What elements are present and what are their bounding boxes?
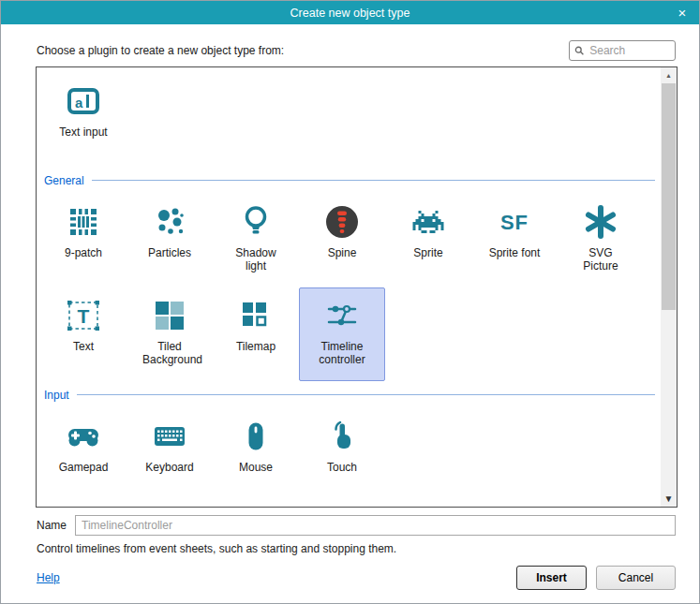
titlebar[interactable]: Create new object type × [1, 1, 699, 24]
dialog-title: Create new object type [290, 7, 410, 20]
plugin-item-keyboard[interactable]: Keyboard [127, 408, 213, 502]
create-object-type-dialog: Create new object type × Choose a plugin… [0, 0, 700, 604]
plugin-item-gamepad[interactable]: Gamepad [40, 408, 127, 502]
mouse-icon [214, 415, 298, 458]
plugin-item-text-input[interactable]: a Text input [40, 73, 127, 167]
plugin-item-label: Sprite [401, 246, 455, 259]
plugin-item-label: Particles [142, 246, 197, 259]
svg-text:T: T [78, 305, 90, 327]
search-icon [574, 45, 584, 56]
plugin-item-mouse[interactable]: Mouse [213, 408, 299, 502]
nine-patch-icon [41, 200, 126, 243]
close-icon[interactable]: × [665, 1, 699, 24]
tiled-background-icon [127, 294, 212, 337]
plugin-item-svg-picture[interactable]: SVG Picture [558, 194, 644, 287]
sprite-font-icon: SF [472, 200, 557, 243]
plugin-item-label: Timeline controller [315, 340, 369, 366]
plugin-item-shadow-light[interactable]: Shadow light [213, 194, 299, 287]
svg-text:SF: SF [500, 211, 529, 234]
help-link[interactable]: Help [37, 571, 60, 584]
section-label: Input [44, 389, 69, 402]
plugin-item-label: SVG Picture [573, 246, 628, 273]
plugin-item-label: Text [56, 340, 111, 353]
plugin-item-9-patch[interactable]: 9-patch [40, 194, 127, 287]
plugin-item-text[interactable]: T Text [40, 287, 127, 381]
choose-plugin-prompt: Choose a plugin to create a new object t… [37, 44, 284, 57]
svg-text:a: a [75, 95, 83, 110]
plugin-item-label: Keyboard [142, 461, 197, 474]
sprite-icon [386, 200, 470, 243]
plugin-item-label: 9-patch [56, 246, 111, 259]
text-input-icon: a [41, 80, 126, 123]
gamepad-icon [41, 415, 126, 458]
particles-icon [127, 200, 212, 243]
plugin-item-label: Tiled Background [142, 340, 197, 366]
name-label: Name [37, 519, 67, 532]
section-label: General [44, 174, 84, 187]
text-icon: T [41, 294, 126, 337]
plugin-item-sprite-font[interactable]: SF Sprite font [471, 194, 558, 287]
plugin-item-spine[interactable]: Spine [299, 194, 385, 287]
tilemap-icon [214, 294, 298, 337]
plugin-item-touch[interactable]: Touch [299, 408, 385, 502]
plugin-item-sprite[interactable]: Sprite [385, 194, 471, 287]
section-divider-general: General [44, 173, 655, 187]
plugin-grid: a Text input General 9-patch [37, 67, 661, 507]
section-divider-input: Input [44, 388, 655, 402]
plugin-item-label: Touch [315, 461, 369, 474]
search-input[interactable] [588, 43, 670, 58]
spine-icon [300, 200, 384, 243]
plugin-item-label: Gamepad [56, 461, 111, 474]
scrollbar[interactable]: ▲ ▼ [661, 67, 677, 507]
shadow-light-icon [214, 200, 298, 243]
plugin-description: Control timelines from event sheets, suc… [37, 542, 676, 555]
cancel-button[interactable]: Cancel [596, 566, 676, 590]
touch-icon [300, 415, 384, 458]
insert-button[interactable]: Insert [516, 566, 587, 590]
plugin-item-label: Shadow light [229, 246, 283, 273]
scroll-up-icon[interactable]: ▲ [661, 67, 677, 83]
plugin-item-label: Sprite font [487, 246, 542, 259]
plugin-item-particles[interactable]: Particles [127, 194, 213, 287]
keyboard-icon [127, 415, 212, 458]
section-divider-line [77, 394, 655, 395]
plugin-item-label: Mouse [229, 461, 283, 474]
scroll-down-icon[interactable]: ▼ [661, 491, 677, 507]
search-box[interactable] [569, 40, 676, 61]
plugin-item-timeline-controller[interactable]: Timeline controller [299, 287, 385, 381]
plugin-list-panel: a Text input General 9-patch [36, 66, 678, 508]
plugin-item-tilemap[interactable]: Tilemap [213, 287, 299, 381]
plugin-item-label: Text input [56, 125, 111, 139]
timeline-controller-icon [300, 294, 384, 337]
plugin-item-label: Tilemap [229, 340, 283, 353]
scrollbar-thumb[interactable] [662, 83, 676, 310]
plugin-item-label: Spine [315, 246, 369, 259]
plugin-item-tiled-background[interactable]: Tiled Background [127, 287, 213, 381]
name-input[interactable] [75, 515, 676, 536]
svg-picture-icon [559, 200, 643, 243]
section-divider-line [92, 180, 655, 181]
